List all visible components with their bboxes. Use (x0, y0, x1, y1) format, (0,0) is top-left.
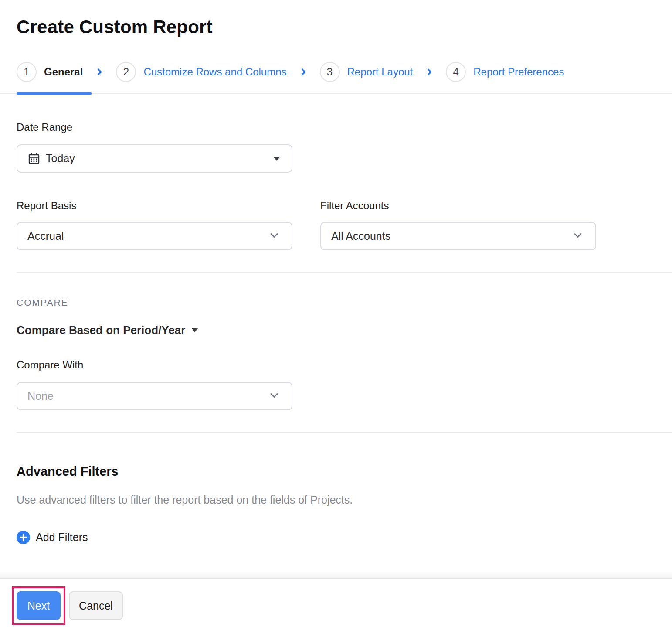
filter-accounts-label: Filter Accounts (320, 200, 596, 212)
date-range-label: Date Range (17, 121, 672, 133)
step-label: Report Preferences (473, 66, 564, 78)
advanced-filters-heading: Advanced Filters (17, 464, 672, 479)
footer-action-bar: Next Cancel (0, 578, 672, 627)
compare-section-label: COMPARE (17, 297, 672, 308)
advanced-filters-description: Use advanced filters to filter the repor… (17, 494, 672, 506)
active-step-indicator (17, 92, 92, 95)
report-basis-value: Accrual (27, 230, 64, 242)
annotation-highlight-box: Next (12, 586, 65, 625)
stepper: 1 General 2 Customize Rows and Columns 3… (0, 62, 672, 94)
report-basis-select[interactable]: Accrual (17, 222, 292, 250)
chevron-right-icon (95, 67, 104, 77)
compare-based-on-dropdown[interactable]: Compare Based on Period/Year (17, 324, 198, 337)
caret-down-icon (273, 157, 280, 161)
step-report-preferences[interactable]: 4 Report Preferences (446, 62, 564, 82)
step-number-badge: 4 (446, 62, 466, 82)
step-general[interactable]: 1 General (17, 62, 83, 82)
step-report-layout[interactable]: 3 Report Layout (320, 62, 413, 82)
chevron-right-icon (299, 67, 308, 77)
date-range-value: Today (46, 152, 75, 165)
chevron-down-icon (268, 229, 280, 243)
step-label: General (44, 66, 83, 78)
section-divider (17, 272, 672, 273)
next-button[interactable]: Next (17, 591, 61, 620)
step-number-badge: 2 (116, 62, 136, 82)
compare-with-select[interactable]: None (17, 382, 292, 410)
chevron-right-icon (424, 67, 434, 77)
page-title: Create Custom Report (17, 17, 672, 37)
step-customize-rows-and-columns[interactable]: 2 Customize Rows and Columns (116, 62, 286, 82)
step-label: Customize Rows and Columns (143, 66, 286, 78)
add-filters-button[interactable]: Add Filters (17, 531, 88, 544)
compare-based-on-label: Compare Based on Period/Year (17, 324, 185, 337)
calendar-icon (27, 152, 41, 165)
chevron-down-icon (268, 389, 280, 403)
cancel-button[interactable]: Cancel (69, 591, 123, 620)
filter-accounts-select[interactable]: All Accounts (320, 222, 596, 250)
section-divider (17, 432, 672, 433)
report-basis-label: Report Basis (17, 200, 292, 212)
compare-with-label: Compare With (17, 359, 672, 371)
filter-accounts-value: All Accounts (331, 230, 390, 242)
plus-circle-icon (17, 531, 30, 544)
date-range-select[interactable]: Today (17, 144, 292, 173)
step-number-badge: 1 (17, 62, 37, 82)
caret-down-icon (192, 328, 198, 332)
main-content: Create Custom Report 1 General 2 Customi… (0, 0, 672, 546)
step-label: Report Layout (347, 66, 413, 78)
compare-with-value: None (27, 390, 54, 402)
step-number-badge: 3 (320, 62, 340, 82)
add-filters-label: Add Filters (36, 531, 88, 544)
chevron-down-icon (572, 229, 584, 243)
